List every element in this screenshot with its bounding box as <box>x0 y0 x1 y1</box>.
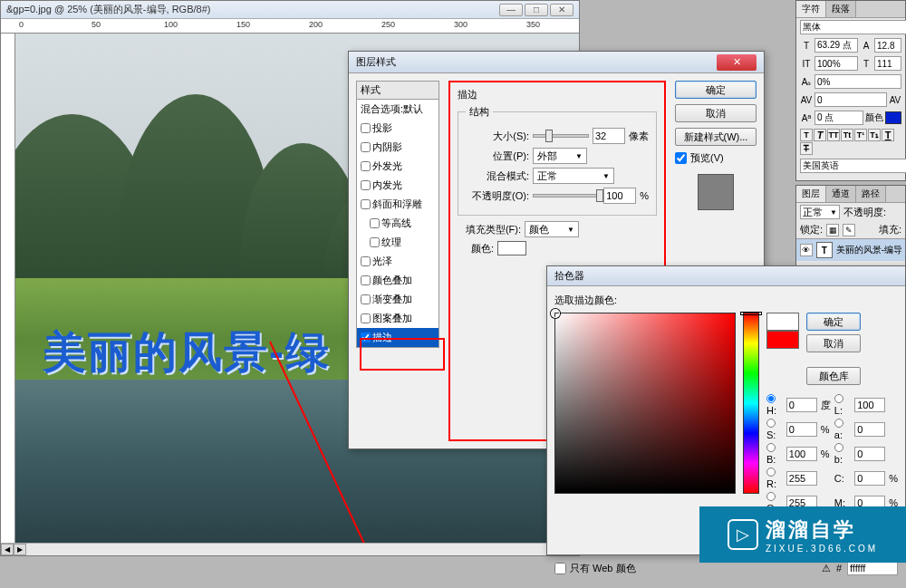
tab-layers[interactable]: 图层 <box>796 186 826 202</box>
smallcaps-button[interactable]: Tt <box>841 129 853 141</box>
hscale-input[interactable] <box>874 56 901 71</box>
size-input[interactable] <box>593 128 625 144</box>
ruler-vertical[interactable] <box>1 34 15 543</box>
style-checkbox[interactable] <box>361 123 371 133</box>
preview-checkbox[interactable]: 预览(V) <box>675 151 757 165</box>
hue-slider[interactable] <box>743 313 759 494</box>
text-layer-overlay[interactable]: 美丽的风景-绿 <box>43 323 331 381</box>
a-input[interactable] <box>854 422 885 437</box>
close-icon[interactable]: ✕ <box>717 54 757 71</box>
size-slider[interactable] <box>533 134 589 138</box>
layer-row[interactable]: 👁 T 美丽的风景-编导 <box>796 238 905 261</box>
style-item-9[interactable]: 颜色叠加 <box>357 271 439 290</box>
style-item-3[interactable]: 外发光 <box>357 157 439 176</box>
style-checkbox[interactable] <box>361 180 371 190</box>
bold-button[interactable]: T <box>800 129 813 141</box>
new-color-swatch[interactable] <box>766 313 799 331</box>
style-checkbox[interactable] <box>370 218 380 228</box>
style-item-5[interactable]: 斜面和浮雕 <box>357 195 439 214</box>
ok-button[interactable]: 确定 <box>806 313 861 331</box>
style-checkbox[interactable] <box>361 256 371 266</box>
scrollbar-horizontal[interactable]: ◀ ▶ ▶ <box>1 543 579 555</box>
style-item-0[interactable]: 混合选项:默认 <box>357 100 439 119</box>
close-button[interactable]: ✕ <box>550 4 573 16</box>
opacity-input[interactable] <box>603 188 636 204</box>
hex-input[interactable] <box>847 561 898 575</box>
color-picker-titlebar[interactable]: 拾色器 <box>547 266 905 286</box>
style-item-2[interactable]: 内阴影 <box>357 138 439 157</box>
text-color-swatch[interactable] <box>885 111 901 124</box>
maximize-button[interactable]: □ <box>525 4 548 16</box>
leading-input[interactable] <box>874 38 901 53</box>
style-item-1[interactable]: 投影 <box>357 119 439 138</box>
style-checkbox[interactable] <box>361 275 371 285</box>
s-radio[interactable]: S: <box>766 419 783 440</box>
color-field[interactable] <box>554 313 736 494</box>
scroll-right-button[interactable]: ▶ <box>14 544 26 555</box>
h-input[interactable] <box>786 398 817 412</box>
style-item-10[interactable]: 渐变叠加 <box>357 290 439 309</box>
vscale-input[interactable] <box>814 56 858 71</box>
style-item-4[interactable]: 内发光 <box>357 176 439 195</box>
tab-character[interactable]: 字符 <box>796 1 826 17</box>
tab-channels[interactable]: 通道 <box>826 186 856 202</box>
c-input[interactable] <box>854 471 885 486</box>
l-input[interactable] <box>854 398 885 412</box>
subscript-button[interactable]: T₁ <box>868 129 881 141</box>
style-checkbox[interactable] <box>370 237 380 247</box>
style-checkbox[interactable] <box>361 199 371 209</box>
style-item-7[interactable]: 纹理 <box>357 233 439 252</box>
ruler-horizontal[interactable]: 050100150200250300350 <box>1 19 579 34</box>
style-item-12[interactable]: 描边 <box>357 328 439 347</box>
baseline-input[interactable] <box>814 74 901 89</box>
strikethrough-button[interactable]: T̶ <box>800 142 813 155</box>
italic-button[interactable]: T <box>814 129 826 141</box>
visibility-icon[interactable]: 👁 <box>800 244 813 256</box>
document-titlebar[interactable]: &gp=0.jpg @ 25% (美丽的风景-编导, RGB/8#) — □ ✕ <box>1 1 579 19</box>
cancel-button[interactable]: 取消 <box>675 104 757 122</box>
underline-button[interactable]: T <box>882 129 894 141</box>
ok-button[interactable]: 确定 <box>675 81 757 99</box>
minimize-button[interactable]: — <box>499 4 523 16</box>
bb-input[interactable] <box>854 447 885 461</box>
filltype-select[interactable]: 颜色 ▼ <box>525 221 579 237</box>
color-swatch-button[interactable] <box>497 241 526 255</box>
tab-paths[interactable]: 路径 <box>856 186 886 202</box>
font-size-input[interactable] <box>814 38 858 53</box>
cancel-button[interactable]: 取消 <box>806 334 861 352</box>
current-color-swatch[interactable] <box>766 331 799 349</box>
layer-thumbnail[interactable]: T <box>816 242 833 258</box>
style-item-8[interactable]: 光泽 <box>357 252 439 271</box>
position-select[interactable]: 外部 ▼ <box>533 148 587 164</box>
allcaps-button[interactable]: TT <box>827 129 840 141</box>
blend-mode-select[interactable]: 正常▼ <box>800 205 840 219</box>
bh-input[interactable] <box>786 447 817 461</box>
style-item-6[interactable]: 等高线 <box>357 214 439 233</box>
s-input[interactable] <box>786 422 817 437</box>
color-library-button[interactable]: 颜色库 <box>806 367 861 385</box>
l-radio[interactable]: L: <box>834 394 851 416</box>
style-checkbox[interactable] <box>361 313 371 323</box>
lock-transparency-button[interactable]: ▦ <box>826 224 839 236</box>
language-select[interactable] <box>800 159 906 173</box>
font-family-select[interactable] <box>800 20 906 34</box>
style-checkbox[interactable] <box>361 142 371 152</box>
layer-style-titlebar[interactable]: 图层样式 ✕ <box>349 52 764 73</box>
a-radio[interactable]: a: <box>834 419 851 440</box>
blend-select[interactable]: 正常 ▼ <box>533 168 614 184</box>
style-checkbox[interactable] <box>361 333 371 342</box>
b-radio[interactable]: B: <box>766 443 783 465</box>
opacity-slider[interactable] <box>533 194 600 198</box>
shift-input[interactable] <box>814 111 863 125</box>
superscript-button[interactable]: T¹ <box>854 129 867 141</box>
r-input[interactable] <box>786 471 817 486</box>
tab-paragraph[interactable]: 段落 <box>826 1 856 17</box>
r-radio[interactable]: R: <box>766 468 783 489</box>
kerning-input[interactable] <box>814 92 887 107</box>
bb-radio[interactable]: b: <box>834 443 851 465</box>
style-checkbox[interactable] <box>361 294 371 304</box>
style-item-11[interactable]: 图案叠加 <box>357 309 439 328</box>
scroll-left-button[interactable]: ◀ <box>1 544 14 555</box>
lock-paint-button[interactable]: ✎ <box>843 224 855 236</box>
new-style-button[interactable]: 新建样式(W)... <box>675 128 757 146</box>
